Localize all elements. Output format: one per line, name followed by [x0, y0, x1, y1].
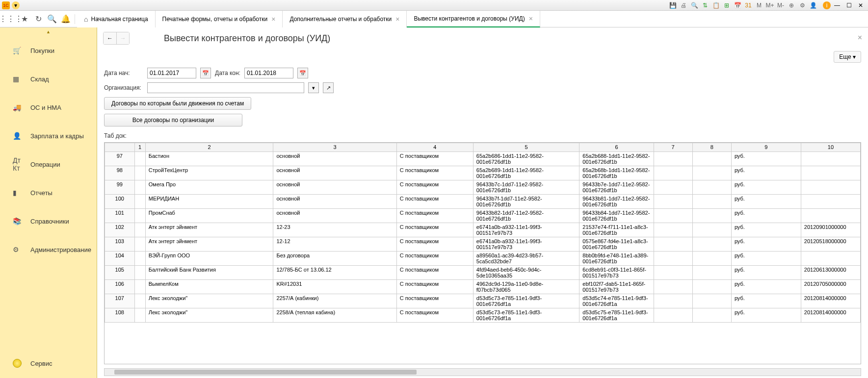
tab-home[interactable]: ⌂ Начальная страница: [77, 11, 156, 27]
column-header[interactable]: 4: [396, 143, 473, 152]
search-icon[interactable]: 🔍: [45, 12, 59, 26]
column-header[interactable]: 5: [473, 143, 579, 152]
user-icon[interactable]: 👤: [809, 1, 817, 9]
column-header[interactable]: 10: [801, 143, 860, 152]
forward-button[interactable]: →: [116, 32, 129, 44]
content-area: × ← → Вывести контрагентов и договоры (У…: [97, 27, 868, 378]
sidebar-icon: ⚙: [13, 246, 22, 253]
tab-print-label: Печатные формы, отчеты и обработки: [162, 16, 268, 23]
open-icon[interactable]: ↗: [323, 82, 334, 93]
contracts-with-movements-button[interactable]: Договоры по которым были движения по сче…: [104, 97, 251, 110]
close-page-icon[interactable]: ×: [858, 33, 862, 42]
column-header[interactable]: 6: [579, 143, 654, 152]
horizontal-scrollbar[interactable]: [104, 368, 861, 376]
service-icon: [13, 359, 22, 368]
preview-icon[interactable]: 🔍: [690, 1, 698, 9]
column-header[interactable]: 9: [731, 143, 801, 152]
maximize-button[interactable]: ☐: [843, 1, 854, 9]
star-icon[interactable]: ★: [18, 12, 31, 26]
date-end-label: Дата кон:: [215, 70, 240, 76]
calendar-icon[interactable]: 📅: [200, 68, 211, 78]
app-logo: 1C: [2, 1, 10, 9]
collapse-sidebar-icon[interactable]: ▲: [0, 27, 97, 36]
more-button[interactable]: Еще ▾: [834, 51, 861, 63]
compare-icon[interactable]: ⇅: [701, 1, 709, 9]
sidebar-item[interactable]: ▦Склад: [0, 65, 97, 93]
sidebar-item-label: Справочники: [30, 218, 69, 225]
sidebar: ▲ 🛒Покупки▦Склад🚚ОС и НМА👤Зарплата и кад…: [0, 27, 97, 378]
org-input[interactable]: [147, 82, 304, 93]
table-row[interactable]: 101ПромСнабосновнойС поставщиком96433b82…: [105, 209, 861, 223]
column-header[interactable]: 8: [692, 143, 731, 152]
sidebar-item-label: Склад: [30, 76, 49, 83]
apps-icon[interactable]: ⋮⋮⋮: [4, 12, 18, 26]
tab-print-forms[interactable]: Печатные формы, отчеты и обработки ×: [156, 11, 283, 27]
column-header[interactable]: 7: [654, 143, 692, 152]
dropdown-icon[interactable]: ▾: [308, 82, 319, 93]
column-header[interactable]: 2: [145, 143, 273, 152]
table-row[interactable]: 104ВЭЙ-Групп ОООБез договораС поставщико…: [105, 252, 861, 266]
zoom-in-icon[interactable]: ⊕: [788, 1, 795, 9]
sidebar-item[interactable]: ⚙Администрирование: [0, 235, 97, 264]
sidebar-service[interactable]: Сервис: [0, 349, 97, 378]
table-row[interactable]: 108Лекс эколоджи"2258/А (теплая кабина)С…: [105, 308, 861, 323]
table-row[interactable]: 98СтройТехЦентросновнойС поставщиком65a2…: [105, 166, 861, 180]
table-label: Таб док:: [104, 132, 861, 139]
table-row[interactable]: 102Атк энтерт эйнмент12-23С поставщикомe…: [105, 223, 861, 237]
memory-mplus-icon[interactable]: M+: [766, 1, 774, 9]
minimize-button[interactable]: —: [832, 1, 842, 9]
table-row[interactable]: 105Балтийский Банк Развития12/785-БС от …: [105, 266, 861, 280]
close-window-button[interactable]: ✕: [855, 1, 866, 9]
column-header[interactable]: 3: [273, 143, 396, 152]
func-icon[interactable]: ⚙: [798, 1, 806, 9]
sidebar-item-label: Покупки: [30, 47, 54, 54]
history-icon[interactable]: ↻: [31, 12, 45, 26]
table-row[interactable]: 99Омега ПроосновнойС поставщиком96433b7c…: [105, 180, 861, 195]
table-row[interactable]: 97БастионосновнойС поставщиком65a2b686-1…: [105, 152, 861, 166]
close-icon[interactable]: ×: [395, 15, 399, 23]
clipboard-icon[interactable]: 📋: [712, 1, 720, 9]
app-menu-dropdown[interactable]: ▾: [12, 1, 20, 9]
titlebar: 1C ▾ 💾 🖨 🔍 ⇅ 📋 ⊞ 📅 31 M M+ M- ⊕ ⚙ 👤 i — …: [0, 0, 868, 11]
help-icon[interactable]: i: [823, 1, 831, 9]
home-icon: ⌂: [84, 15, 88, 23]
sidebar-icon: 📚: [13, 217, 22, 225]
tab-contractors-label: Вывести контрагентов и договоры (УИД): [414, 15, 525, 22]
table-row[interactable]: 107Лекс эколоджи"2257/А (кабинки)С поста…: [105, 294, 861, 308]
bell-icon[interactable]: 🔔: [59, 12, 73, 26]
memory-m-icon[interactable]: M: [755, 1, 763, 9]
save-icon[interactable]: 💾: [669, 1, 677, 9]
date-start-input[interactable]: [147, 68, 196, 78]
calendar-icon[interactable]: 📅: [734, 1, 741, 9]
calendar-icon[interactable]: 📅: [297, 68, 308, 78]
date31-icon[interactable]: 31: [744, 1, 752, 9]
date-end-input[interactable]: [244, 68, 293, 78]
tab-contractors-uid[interactable]: Вывести контрагентов и договоры (УИД) ×: [407, 11, 540, 27]
all-contracts-button[interactable]: Все договоры по организации: [104, 114, 242, 126]
sidebar-item[interactable]: ▮Отчеты: [0, 178, 97, 207]
tab-additional-reports[interactable]: Дополнительные отчеты и обработки ×: [283, 11, 407, 27]
data-table[interactable]: 12345678910 97БастионосновнойС поставщик…: [104, 142, 861, 364]
sidebar-item-label: Отчеты: [30, 189, 53, 197]
sidebar-icon: ▦: [13, 75, 22, 83]
close-icon[interactable]: ×: [529, 15, 533, 23]
close-icon[interactable]: ×: [271, 15, 275, 23]
main-toolbar: ⋮⋮⋮ ★ ↻ 🔍 🔔 ⌂ Начальная страница Печатны…: [0, 11, 868, 27]
sidebar-item[interactable]: 👤Зарплата и кадры: [0, 122, 97, 150]
sidebar-icon: 🚚: [13, 103, 22, 111]
sidebar-item[interactable]: 🚚ОС и НМА: [0, 93, 97, 122]
sidebar-icon: ▮: [13, 189, 22, 197]
table-row[interactable]: 106ВымпелКомKR#12031С поставщиком4962dc9…: [105, 280, 861, 294]
calculator-icon[interactable]: ⊞: [723, 1, 731, 9]
memory-mminus-icon[interactable]: M-: [777, 1, 785, 9]
table-row[interactable]: 103Атк энтерт эйнмент12-12С поставщикомe…: [105, 237, 861, 252]
sidebar-item[interactable]: 📚Справочники: [0, 207, 97, 235]
back-button[interactable]: ←: [104, 32, 116, 44]
sidebar-item-label: Администрирование: [30, 246, 91, 253]
sidebar-item[interactable]: Дт КтОперации: [0, 150, 97, 178]
print-icon[interactable]: 🖨: [680, 1, 687, 9]
sidebar-icon: 🛒: [13, 47, 22, 54]
sidebar-service-label: Сервис: [30, 360, 53, 367]
table-row[interactable]: 100МЕРИДИАНосновнойС поставщиком96433b7f…: [105, 195, 861, 209]
sidebar-item[interactable]: 🛒Покупки: [0, 36, 97, 65]
